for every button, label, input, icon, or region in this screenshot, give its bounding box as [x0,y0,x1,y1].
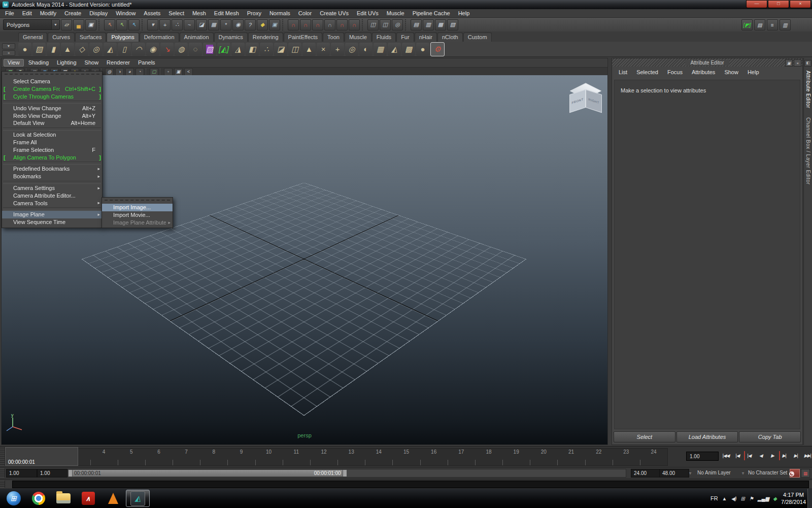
poly-helix-icon[interactable]: ◠ [132,43,145,56]
frame-tick[interactable]: 8 [200,449,227,465]
poly-cube-icon[interactable]: ▧ [32,43,46,56]
range-start-handle[interactable] [69,470,73,477]
separate-icon[interactable]: ∴ [260,43,273,56]
frame-tick[interactable]: 13 [337,449,365,465]
menu-bar-item[interactable]: Display [85,10,112,17]
close-panel-button[interactable]: × [794,59,801,67]
mask-points-button[interactable]: ∴ [172,19,183,30]
save-scene-button[interactable]: ▣ [85,19,96,30]
bridge-icon[interactable]: ◫ [288,43,301,56]
step-forward-frame-button[interactable]: ▶| [791,451,801,460]
channel-box-toggle[interactable]: ▥ [780,19,791,30]
mask-curves-button[interactable]: ~ [184,19,195,30]
view-menu-item[interactable] [3,128,101,131]
explorer-taskbar-button[interactable] [51,490,75,507]
frame-tick[interactable]: 11 [283,449,310,465]
view-cube[interactable]: FRONT RIGHT [569,83,602,119]
frame-tick[interactable]: 7 [173,449,200,465]
range-end-handle[interactable] [343,470,347,477]
frame-tick[interactable]: 10 [255,449,283,465]
attribute-editor-menu-item[interactable]: Focus [663,69,687,75]
hidden-icons-arrow[interactable]: ▲ [722,496,727,501]
sphere-smooth-icon[interactable]: ◌ [189,43,202,56]
menu-set-selector[interactable]: Polygons ▼ [3,19,60,30]
select-by-object-button[interactable]: ↖ [116,19,127,30]
adobe-reader-taskbar-button[interactable]: ∧ [76,490,100,507]
anim-layer-dropdown-icon[interactable]: ▿ [689,471,691,475]
frame-tick[interactable]: 9 [227,449,255,465]
frame-tick[interactable]: 4 [90,449,118,465]
uv-checker-icon[interactable]: ▩ [402,43,415,56]
snap-to-projected-center-button[interactable]: ∩ [324,19,335,30]
command-line-grip[interactable] [0,481,5,488]
ipr-render-button[interactable]: ▦ [435,19,446,30]
smooth-mesh-preview-icon[interactable]: ▧ [203,43,216,56]
maximize-button[interactable]: □ [768,0,789,8]
status-line-icon[interactable] [362,19,365,30]
frame-tick[interactable]: 18 [475,449,502,465]
shadows-icon[interactable]: ◍ [105,68,114,76]
menu-bar-item[interactable]: Create UVs [316,10,353,17]
mask-rendering-button[interactable]: ◉ [232,19,244,30]
view-menu-item[interactable]: Redo View Change Alt+Y [2,112,102,119]
view-menu-item[interactable]: Bookmarks [2,173,102,180]
shelf-tab[interactable]: Curves [48,33,75,42]
attribute-editor-toggle[interactable]: ▤ [754,19,765,30]
panel-menu-item[interactable]: Shading [25,59,52,67]
menu-bar-item[interactable]: Window [112,10,140,17]
frame-tick[interactable]: 19 [502,449,530,465]
show-desktop-button[interactable] [807,489,812,508]
command-line-input[interactable] [12,481,809,488]
play-forwards-button[interactable]: ▶ [767,451,777,460]
view-menu-item[interactable]: Predefined Bookmarks [2,165,102,173]
mask-misc-button[interactable]: ? [245,19,256,30]
select-by-component-button[interactable]: ↖ [128,19,140,30]
playback-end-field[interactable]: 24.00 [631,469,660,478]
share-view-icon[interactable]: < [184,68,193,76]
shelf-tab[interactable]: nCloth [437,33,463,42]
animation-end-field[interactable]: 48.00 [659,469,689,478]
attribute-editor-menu-item[interactable]: List [614,69,632,75]
character-set-selector[interactable]: No Character Set [748,469,787,477]
frame-view-icon[interactable]: ▣ [174,68,183,76]
security-icon[interactable]: ◆ [773,496,777,501]
character-set-dropdown-icon[interactable]: ▿ [742,471,744,475]
status-line-icon[interactable] [142,19,145,30]
view-menu-item[interactable]: Default View Alt+Home [2,119,102,127]
current-frame-field[interactable]: 1.00 [686,452,719,461]
taskbar-clock[interactable]: 4:17 PM 7/28/2014 [781,491,806,506]
status-line-icon[interactable] [282,19,286,30]
view-menu-item[interactable] [3,207,101,210]
shelf-tab[interactable]: Surfaces [75,33,106,42]
animation-start-field[interactable]: 1.00 [6,469,37,478]
poly-sphere-icon[interactable]: ● [18,43,31,56]
output-connections-button[interactable]: ◫ [380,19,391,30]
panel-toolbar-icon[interactable] [146,69,148,75]
shelf-tab[interactable]: Deformation [140,33,179,42]
panel-menu-item[interactable]: Panels [134,59,159,67]
shelf-tab[interactable]: PaintEffects [284,33,323,42]
action-center-flag-icon[interactable]: ⚑ [749,496,754,501]
toolkit-wrench-icon[interactable]: ⚙ [430,42,445,56]
append-to-polygon-icon[interactable]: ◮ [231,43,245,56]
snap-to-points-button[interactable]: ∩ [312,19,323,30]
ambient-occlusion-icon[interactable]: ◑ [115,68,124,76]
anim-layer-selector[interactable]: No Anim Layer [697,469,731,477]
playback-start-field[interactable]: 1.00 [37,469,69,478]
frame-ruler[interactable]: 123456789101112131415161718192021222324 [7,448,668,466]
image-plane-submenu-item[interactable]: Import Image... [102,204,173,211]
playback-range-bar[interactable]: 00:00:00:01 00:00:01:00 [69,470,347,477]
status-line-icon[interactable] [98,19,102,30]
view-menu-item[interactable] [3,162,101,165]
snap-to-grids-button[interactable]: ∩ [288,19,299,30]
view-menu-item[interactable] [3,101,101,104]
smooth-icon[interactable]: ◍ [175,43,188,56]
combine-icon[interactable]: ◧ [246,43,259,56]
frame-tick[interactable]: 6 [145,449,173,465]
frame-tick[interactable]: 22 [585,449,613,465]
poly-cone-icon[interactable]: ▲ [61,43,74,56]
new-scene-button[interactable]: ▱ [61,19,72,30]
view-menu-item[interactable]: Camera Settings [2,184,102,192]
start-button[interactable]: ⊞ [2,490,25,507]
frame-tick[interactable]: 15 [392,449,420,465]
